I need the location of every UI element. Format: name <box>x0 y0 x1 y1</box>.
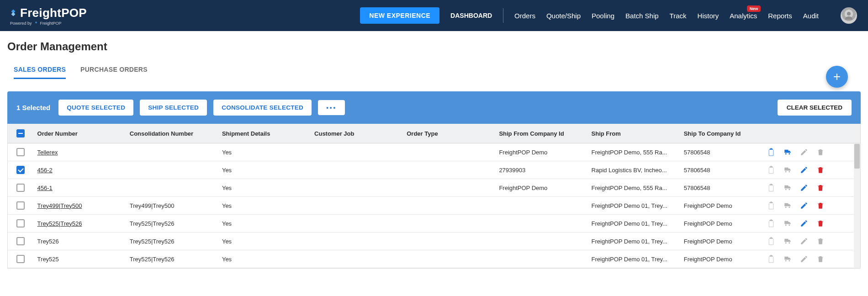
row-checkbox[interactable] <box>16 184 25 192</box>
nav-item-audit[interactable]: Audit <box>803 12 819 20</box>
order-number-link[interactable]: 456-1 <box>37 185 53 191</box>
cell-ship-to-id: FreightPOP Demo <box>680 250 763 268</box>
cell-ship-from: FreightPOP Demo 01, Trey... <box>588 215 680 233</box>
brand-powered-logo-icon <box>34 21 38 26</box>
cell-ship-from-id <box>495 197 587 215</box>
row-checkbox[interactable] <box>16 148 25 156</box>
col-customer-job[interactable]: Customer Job <box>311 124 403 143</box>
trash-icon[interactable] <box>816 219 825 227</box>
trash-icon[interactable] <box>816 237 825 245</box>
tab-purchase-orders[interactable]: PURCHASE ORDERS <box>80 66 148 79</box>
edit-icon[interactable] <box>800 237 808 245</box>
nav-item-reports[interactable]: Reports <box>768 12 792 20</box>
edit-icon[interactable] <box>800 219 808 227</box>
truck-icon[interactable] <box>783 255 792 263</box>
cell-consolidation <box>126 161 218 179</box>
nav-new-badge: New <box>747 5 761 12</box>
tab-sales-orders[interactable]: SALES ORDERS <box>14 66 66 79</box>
select-all-checkbox[interactable] <box>16 129 25 137</box>
nav-dashboard[interactable]: DASHBOARD <box>450 12 492 19</box>
brand-powered-by: Powered by <box>10 21 32 26</box>
brand-block: FreightPOP Powered by FreightPOP <box>9 6 87 26</box>
brand-powered-name: FreightPOP <box>40 21 62 26</box>
row-checkbox[interactable] <box>16 166 25 174</box>
trash-icon[interactable] <box>816 184 825 192</box>
quote-selected-button[interactable]: QUOTE SELECTED <box>58 100 133 116</box>
order-number-link[interactable]: Trey499|Trey500 <box>37 202 82 209</box>
edit-icon[interactable] <box>800 166 808 174</box>
clipboard-icon[interactable] <box>767 166 775 174</box>
cell-shipment-details: Yes <box>218 161 311 179</box>
truck-icon[interactable] <box>783 184 792 192</box>
clear-selected-button[interactable]: CLEAR SELECTED <box>778 100 852 116</box>
more-actions-button[interactable]: ••• <box>318 100 345 115</box>
trash-icon[interactable] <box>816 166 825 174</box>
table-row: 456-1YesFreightPOP DemoFreightPOP Demo, … <box>8 179 860 197</box>
scroll-thumb[interactable] <box>854 144 860 169</box>
new-experience-button[interactable]: NEW EXPERIENCE <box>360 7 439 24</box>
cell-ship-to-id: 57806548 <box>680 143 763 161</box>
order-number-link[interactable]: Trey525|Trey526 <box>37 220 82 227</box>
row-checkbox[interactable] <box>16 255 25 263</box>
row-checkbox[interactable] <box>16 201 25 210</box>
edit-icon[interactable] <box>800 255 808 263</box>
clipboard-icon[interactable] <box>767 219 775 227</box>
col-consolidation[interactable]: Consolidation Number <box>126 124 218 143</box>
cell-order-type <box>403 233 495 250</box>
cell-ship-from: FreightPOP Demo 01, Trey... <box>588 233 680 250</box>
nav-item-track[interactable]: Track <box>670 12 687 20</box>
cell-ship-from: FreightPOP Demo 01, Trey... <box>588 197 680 215</box>
truck-icon[interactable] <box>783 148 792 156</box>
col-order-type[interactable]: Order Type <box>403 124 495 143</box>
trash-icon[interactable] <box>816 255 825 263</box>
row-checkbox[interactable] <box>16 219 25 227</box>
edit-icon[interactable] <box>800 184 808 192</box>
ship-selected-button[interactable]: SHIP SELECTED <box>140 100 207 116</box>
cell-shipment-details: Yes <box>218 197 311 215</box>
tabs: SALES ORDERS PURCHASE ORDERS <box>7 66 861 79</box>
nav-item-history[interactable]: History <box>698 12 719 20</box>
clipboard-icon[interactable] <box>767 237 775 245</box>
consolidate-selected-button[interactable]: CONSOLIDATE SELECTED <box>213 100 312 116</box>
nav-item-analytics[interactable]: AnalyticsNew <box>730 12 757 20</box>
col-order-number[interactable]: Order Number <box>34 124 126 143</box>
nav-item-batch-ship[interactable]: Batch Ship <box>625 12 659 20</box>
cell-consolidation <box>126 143 218 161</box>
clipboard-icon[interactable] <box>767 201 775 210</box>
order-number-link[interactable]: Tellerex <box>37 149 58 156</box>
selection-bar: 1 Selected QUOTE SELECTED SHIP SELECTED … <box>7 91 861 124</box>
nav-item-orders[interactable]: Orders <box>514 12 535 20</box>
trash-icon[interactable] <box>816 148 825 156</box>
vertical-scrollbar[interactable] <box>854 144 860 268</box>
add-fab[interactable]: + <box>826 66 848 88</box>
col-ship-from-id[interactable]: Ship From Company Id <box>495 124 587 143</box>
nav-item-pooling[interactable]: Pooling <box>592 12 614 20</box>
truck-icon[interactable] <box>783 219 792 227</box>
truck-icon[interactable] <box>783 201 792 210</box>
col-ship-to-id[interactable]: Ship To Company Id <box>680 124 763 143</box>
trash-icon[interactable] <box>816 201 825 210</box>
edit-icon[interactable] <box>800 201 808 210</box>
truck-icon[interactable] <box>783 237 792 245</box>
clipboard-icon[interactable] <box>767 255 775 263</box>
cell-consolidation: Trey525|Trey526 <box>126 233 218 250</box>
cell-consolidation <box>126 179 218 197</box>
plus-icon: + <box>833 69 841 84</box>
clipboard-icon[interactable] <box>767 148 775 156</box>
cell-ship-from-id <box>495 250 587 268</box>
avatar[interactable] <box>841 7 857 24</box>
col-ship-from[interactable]: Ship From <box>588 124 680 143</box>
nav-item-quote-ship[interactable]: Quote/Ship <box>546 12 581 20</box>
table-row: Trey526Trey525|Trey526YesFreightPOP Demo… <box>8 233 860 250</box>
edit-icon[interactable] <box>800 148 808 156</box>
cell-shipment-details: Yes <box>218 179 311 197</box>
cell-ship-from: FreightPOP Demo, 555 Ra... <box>588 143 680 161</box>
topbar: FreightPOP Powered by FreightPOP NEW EXP… <box>0 0 868 31</box>
cell-ship-to-id: FreightPOP Demo <box>680 197 763 215</box>
row-checkbox[interactable] <box>16 237 25 245</box>
table-row: Trey525|Trey526Trey525|Trey526YesFreight… <box>8 215 860 233</box>
order-number-link[interactable]: 456-2 <box>37 167 53 174</box>
col-shipment-details[interactable]: Shipment Details <box>218 124 311 143</box>
clipboard-icon[interactable] <box>767 184 775 192</box>
truck-icon[interactable] <box>783 166 792 174</box>
